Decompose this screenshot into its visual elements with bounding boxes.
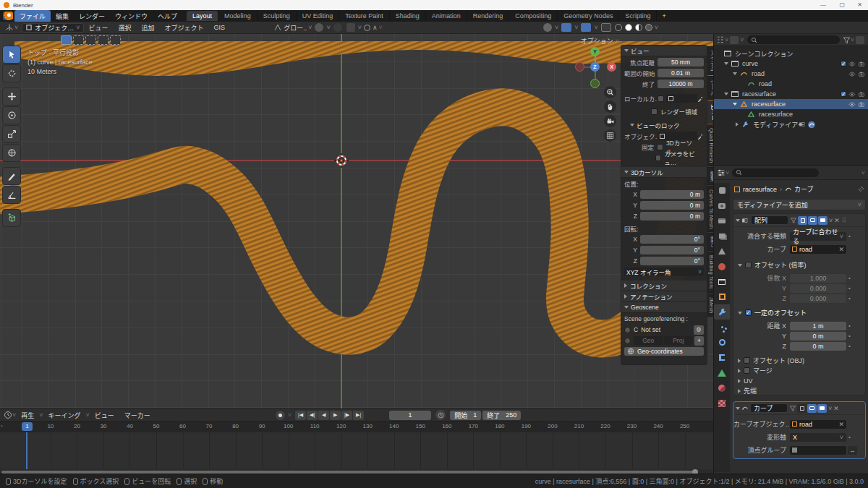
current-frame-field[interactable]: 1 xyxy=(389,411,431,420)
shading-wireframe-icon[interactable] xyxy=(615,24,622,31)
menu-marker[interactable]: マーカー xyxy=(119,409,156,421)
caps-header[interactable]: 先端 xyxy=(744,386,757,395)
hide-eye-icon[interactable] xyxy=(848,101,856,108)
tool-measure[interactable] xyxy=(2,186,21,204)
render-camera-icon[interactable] xyxy=(858,101,865,108)
properties-search[interactable] xyxy=(732,168,819,177)
workspace-tab-animation[interactable]: Animation xyxy=(426,11,467,21)
pivot-point-icon[interactable] xyxy=(315,23,323,32)
realtime-display-toggle[interactable] xyxy=(808,216,817,225)
outliner-search[interactable] xyxy=(747,35,840,44)
camera-to-view-checkbox[interactable] xyxy=(655,155,661,161)
cursor-rot-x[interactable]: 0° xyxy=(640,235,704,244)
auto-keying-record-icon[interactable] xyxy=(276,411,285,420)
factor-y-field[interactable]: 0.000 xyxy=(790,284,846,293)
shading-material-icon[interactable] xyxy=(635,24,642,31)
workspace-tab-modeling[interactable]: Modeling xyxy=(218,11,258,21)
funnel-icon[interactable] xyxy=(790,217,797,224)
select-tweak-icon[interactable] xyxy=(61,35,72,45)
cursor-loc-x[interactable]: 0 m xyxy=(640,190,704,199)
cursor-rot-y[interactable]: 0° xyxy=(640,246,704,254)
tool-select-box[interactable] xyxy=(2,46,21,64)
tool-add-cube[interactable] xyxy=(2,209,21,227)
outliner-row-scene-collection[interactable]: シーンコレクション xyxy=(714,48,868,59)
jump-to-start-button[interactable]: |◀ xyxy=(295,411,306,420)
drag-handle-icon[interactable]: ⠿ xyxy=(842,217,847,224)
workspace-add-button[interactable]: + xyxy=(657,11,671,21)
modifier-name-field[interactable]: 配列 xyxy=(751,215,788,225)
eyedropper-icon[interactable] xyxy=(697,95,704,102)
pan-hand-icon[interactable] xyxy=(604,100,616,113)
breadcrumb-object[interactable]: racesurface xyxy=(743,186,777,193)
breadcrumb-sub[interactable]: カーブ xyxy=(794,184,813,194)
cursor-panel-header[interactable]: 3Dカーソル xyxy=(621,167,707,178)
curve-object-field[interactable]: road ✕ xyxy=(790,420,846,429)
local-camera-object-field[interactable] xyxy=(666,94,697,103)
workspace-tab-rendering[interactable]: Rendering xyxy=(467,11,510,21)
workspace-tab-shading[interactable]: Shading xyxy=(390,11,426,21)
workspace-tab-uv-editing[interactable]: UV Editing xyxy=(297,11,340,21)
menu-edit[interactable]: 編集 xyxy=(51,10,74,22)
workspace-tab-compositing[interactable]: Compositing xyxy=(509,11,558,21)
menu-view[interactable]: ビュー xyxy=(84,22,114,34)
distance-z-field[interactable]: 0 m xyxy=(790,342,846,351)
expand-icon[interactable] xyxy=(736,219,740,222)
orthographic-toggle-icon[interactable] xyxy=(604,129,616,142)
uv-header[interactable]: UV xyxy=(744,377,753,385)
mode-dropdown[interactable]: オブジェク…˅ xyxy=(22,23,83,33)
fit-type-dropdown[interactable]: カーブに合わせる˅ xyxy=(790,232,846,241)
snap-magnet-icon[interactable] xyxy=(333,23,342,32)
crs-settings-gear-icon[interactable]: ⚙ xyxy=(694,325,704,335)
view-lock-subheader[interactable]: ビューのロック xyxy=(621,120,707,130)
tool-rotate[interactable] xyxy=(2,106,21,124)
close-button[interactable]: ✕ xyxy=(857,1,862,8)
editmode-display-toggle[interactable] xyxy=(797,404,807,413)
geo-button[interactable]: Geo xyxy=(634,336,663,345)
playhead[interactable] xyxy=(26,432,27,469)
distance-x-field[interactable]: 1 m xyxy=(790,322,846,330)
render-camera-icon[interactable] xyxy=(858,91,865,98)
menu-add[interactable]: 追加 xyxy=(137,22,160,34)
outliner-row-road-data[interactable]: road xyxy=(714,79,868,89)
outliner-row-curve-collection[interactable]: curve ✓ xyxy=(714,59,868,69)
pin-icon[interactable] xyxy=(858,186,864,192)
menu-file[interactable]: ファイル xyxy=(14,10,51,22)
frame-end-field[interactable]: 終了250 xyxy=(482,411,521,420)
outliner-row-modifiers[interactable]: モディファイアー xyxy=(714,119,868,129)
add-crs-button[interactable]: + xyxy=(694,336,704,346)
hide-eye-icon[interactable] xyxy=(848,71,856,77)
workspace-tab-layout[interactable]: Layout xyxy=(187,11,218,21)
cursor-loc-y[interactable]: 0 m xyxy=(640,201,704,210)
display-mode-icon[interactable] xyxy=(730,36,739,44)
tab-texture[interactable] xyxy=(714,395,730,411)
editmode-display-toggle[interactable] xyxy=(798,216,807,225)
collection-panel-header[interactable]: コレクション xyxy=(621,281,707,291)
local-camera-checkbox[interactable] xyxy=(658,95,664,102)
tab-scene[interactable] xyxy=(714,244,730,259)
minimize-button[interactable]: — xyxy=(820,1,826,8)
add-modifier-dropdown[interactable]: モディファイアーを追加˅ xyxy=(733,199,866,210)
offset-factor-checkbox[interactable] xyxy=(745,262,752,268)
modifier-extras-dropdown[interactable]: ˅ xyxy=(828,405,832,412)
editor-type-icon[interactable] xyxy=(4,23,14,32)
outliner-options-icon[interactable] xyxy=(856,36,864,44)
tab-view-layer[interactable] xyxy=(714,228,730,244)
menu-help[interactable]: ヘルプ xyxy=(153,10,182,22)
render-camera-icon[interactable] xyxy=(858,61,865,67)
offset-obj-header[interactable]: オフセット (OBJ) xyxy=(753,356,804,365)
close-modifier-icon[interactable]: ✕ xyxy=(834,217,840,224)
orientation-dropdown[interactable]: グロー.. xyxy=(284,23,307,33)
geo-coordinates-button[interactable]: Geo-coordinates xyxy=(624,347,704,356)
tab-modifiers[interactable] xyxy=(714,304,730,320)
curve-modifier-icon[interactable] xyxy=(807,121,816,129)
constant-offset-header[interactable]: 一定のオフセット xyxy=(754,308,807,317)
render-region-checkbox[interactable] xyxy=(651,108,658,115)
menu-select[interactable]: 選択 xyxy=(114,22,137,34)
tool-scale[interactable] xyxy=(2,125,21,143)
hide-eye-icon[interactable] xyxy=(848,91,856,98)
factor-z-field[interactable]: 0.000 xyxy=(790,294,846,303)
show-gizmo-icon[interactable] xyxy=(543,23,552,32)
menu-playback[interactable]: 再生 xyxy=(16,409,39,421)
close-modifier-icon[interactable]: ✕ xyxy=(833,405,839,412)
distance-y-field[interactable]: 0 m xyxy=(790,332,846,341)
